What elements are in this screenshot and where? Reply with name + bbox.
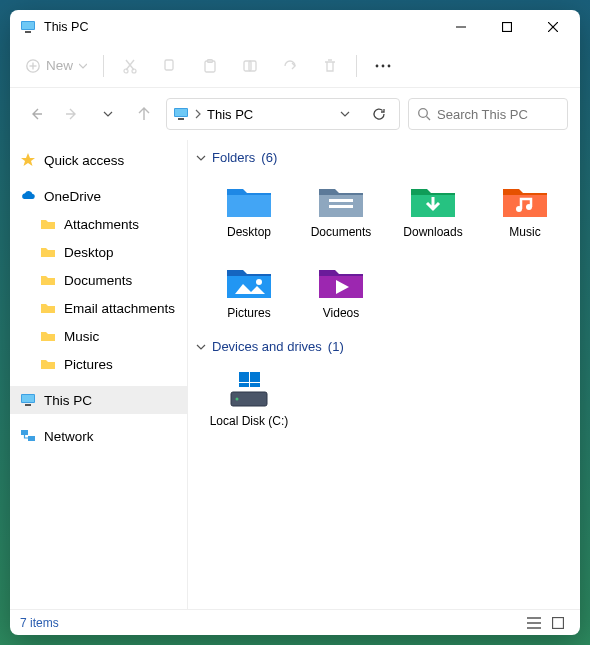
minimize-button[interactable]	[438, 10, 484, 44]
search-input[interactable]	[437, 107, 559, 122]
section-label: Folders	[212, 150, 255, 165]
item-label: Downloads	[403, 225, 462, 240]
svg-rect-21	[175, 109, 187, 116]
svg-line-24	[427, 117, 431, 121]
svg-rect-12	[165, 60, 173, 70]
section-folders-header[interactable]: Folders (6)	[188, 146, 580, 169]
this-pc-icon	[20, 19, 36, 35]
svg-point-34	[256, 279, 262, 285]
svg-rect-35	[239, 372, 249, 382]
address-box[interactable]: This PC	[166, 98, 400, 130]
up-button[interactable]	[130, 100, 158, 128]
new-button[interactable]: New	[16, 48, 97, 84]
svg-point-23	[419, 109, 428, 118]
plus-icon	[26, 59, 40, 73]
paste-button[interactable]	[190, 48, 230, 84]
section-count: (1)	[328, 339, 344, 354]
section-label: Devices and drives	[212, 339, 322, 354]
sidebar-item-pictures[interactable]: Pictures	[10, 350, 187, 378]
sidebar-item-music[interactable]: Music	[10, 322, 187, 350]
sidebar-item-quick-access[interactable]: Quick access	[10, 146, 187, 174]
list-icon	[527, 616, 541, 630]
toolbar-separator	[103, 55, 104, 77]
chevron-down-icon	[79, 62, 87, 70]
folder-item-desktop[interactable]: Desktop	[206, 175, 292, 246]
pictures-folder-icon	[225, 262, 273, 302]
downloads-folder-icon	[409, 181, 457, 221]
svg-rect-37	[239, 383, 249, 387]
folder-item-music[interactable]: Music	[482, 175, 568, 246]
item-label: Local Disk (C:)	[210, 414, 289, 429]
svg-point-10	[124, 69, 128, 73]
sidebar-item-label: Email attachments	[64, 301, 175, 316]
folder-item-downloads[interactable]: Downloads	[390, 175, 476, 246]
folder-item-documents[interactable]: Documents	[298, 175, 384, 246]
sidebar-item-attachments[interactable]: Attachments	[10, 210, 187, 238]
sidebar-item-email-attachments[interactable]: Email attachments	[10, 294, 187, 322]
address-dropdown-button[interactable]	[331, 100, 359, 128]
close-button[interactable]	[530, 10, 576, 44]
svg-point-19	[388, 64, 391, 67]
share-button[interactable]	[270, 48, 310, 84]
maximize-button[interactable]	[484, 10, 530, 44]
sidebar-item-label: Pictures	[64, 357, 113, 372]
copy-button[interactable]	[150, 48, 190, 84]
back-button[interactable]	[22, 100, 50, 128]
sidebar-item-desktop[interactable]: Desktop	[10, 238, 187, 266]
sidebar-item-network[interactable]: Network	[10, 422, 187, 450]
sidebar: Quick access OneDrive Attachments Deskto…	[10, 140, 188, 609]
section-devices-header[interactable]: Devices and drives (1)	[188, 335, 580, 358]
sidebar-item-label: Attachments	[64, 217, 139, 232]
rename-button[interactable]	[230, 48, 270, 84]
details-view-button[interactable]	[522, 613, 546, 633]
folder-item-pictures[interactable]: Pictures	[206, 256, 292, 327]
trash-icon	[322, 58, 338, 74]
recent-dropdown-button[interactable]	[94, 100, 122, 128]
star-icon	[20, 152, 36, 168]
videos-folder-icon	[317, 262, 365, 302]
icons-view-button[interactable]	[546, 613, 570, 633]
svg-rect-31	[329, 205, 353, 208]
chevron-down-icon	[340, 109, 350, 119]
folders-grid: Desktop Documents Downloads Music Pictur…	[188, 169, 580, 335]
this-pc-icon	[20, 392, 36, 408]
sidebar-item-label: Documents	[64, 273, 132, 288]
copy-icon	[162, 58, 178, 74]
sidebar-item-onedrive[interactable]: OneDrive	[10, 182, 187, 210]
documents-folder-icon	[317, 181, 365, 221]
delete-button[interactable]	[310, 48, 350, 84]
forward-button[interactable]	[58, 100, 86, 128]
this-pc-icon	[173, 106, 189, 122]
more-button[interactable]	[363, 48, 403, 84]
sidebar-item-this-pc[interactable]: This PC	[10, 386, 187, 414]
drive-item-local-disk-c[interactable]: Local Disk (C:)	[206, 364, 292, 435]
svg-rect-27	[25, 404, 31, 406]
search-icon	[417, 107, 431, 121]
svg-rect-22	[178, 118, 184, 120]
cut-button[interactable]	[110, 48, 150, 84]
folder-icon	[40, 328, 56, 344]
sidebar-item-label: Network	[44, 429, 94, 444]
chevron-down-icon	[103, 109, 113, 119]
sidebar-item-documents[interactable]: Documents	[10, 266, 187, 294]
search-box[interactable]	[408, 98, 568, 130]
refresh-button[interactable]	[365, 100, 393, 128]
svg-rect-29	[28, 436, 35, 441]
folder-item-videos[interactable]: Videos	[298, 256, 384, 327]
svg-point-32	[516, 206, 522, 212]
file-explorer-window: This PC New This PC	[10, 10, 580, 635]
toolbar-separator	[356, 55, 357, 77]
chevron-down-icon	[196, 153, 206, 163]
grid-icon	[552, 617, 564, 629]
folder-icon	[40, 244, 56, 260]
window-title: This PC	[44, 20, 438, 34]
music-folder-icon	[501, 181, 549, 221]
svg-rect-1	[22, 22, 34, 29]
address-bar-row: This PC	[10, 88, 580, 140]
sidebar-item-label: Music	[64, 329, 99, 344]
arrow-right-icon	[64, 106, 80, 122]
refresh-icon	[372, 107, 386, 121]
toolbar: New	[10, 44, 580, 88]
explorer-body: Quick access OneDrive Attachments Deskto…	[10, 140, 580, 609]
breadcrumb[interactable]: This PC	[207, 107, 253, 122]
